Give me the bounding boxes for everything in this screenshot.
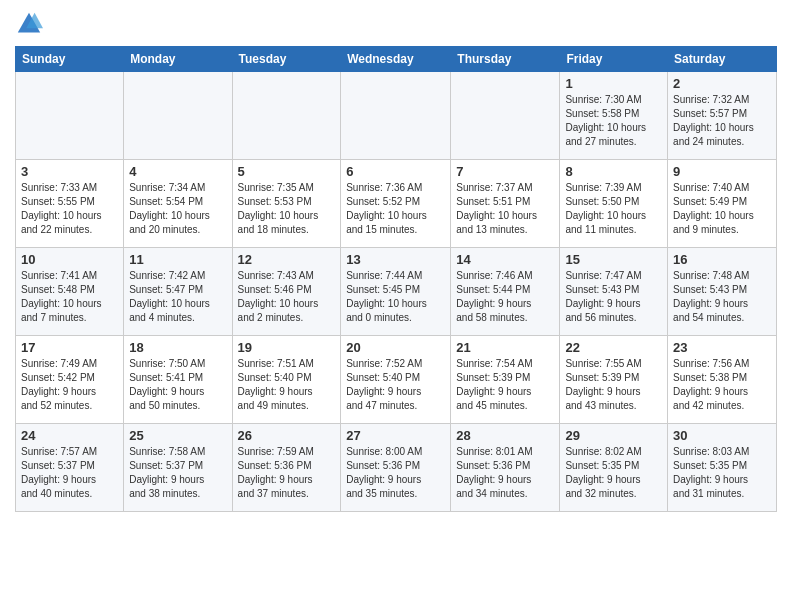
- day-number: 4: [129, 164, 226, 179]
- day-number: 22: [565, 340, 662, 355]
- calendar-cell: 16Sunrise: 7:48 AM Sunset: 5:43 PM Dayli…: [668, 248, 777, 336]
- day-info: Sunrise: 7:34 AM Sunset: 5:54 PM Dayligh…: [129, 181, 226, 237]
- weekday-header-friday: Friday: [560, 47, 668, 72]
- calendar-cell: 24Sunrise: 7:57 AM Sunset: 5:37 PM Dayli…: [16, 424, 124, 512]
- logo-icon: [15, 10, 43, 38]
- day-info: Sunrise: 7:30 AM Sunset: 5:58 PM Dayligh…: [565, 93, 662, 149]
- day-number: 17: [21, 340, 118, 355]
- day-info: Sunrise: 7:59 AM Sunset: 5:36 PM Dayligh…: [238, 445, 336, 501]
- logo: [15, 10, 47, 38]
- weekday-header-wednesday: Wednesday: [341, 47, 451, 72]
- day-number: 15: [565, 252, 662, 267]
- day-info: Sunrise: 7:48 AM Sunset: 5:43 PM Dayligh…: [673, 269, 771, 325]
- calendar-cell: 27Sunrise: 8:00 AM Sunset: 5:36 PM Dayli…: [341, 424, 451, 512]
- day-info: Sunrise: 7:55 AM Sunset: 5:39 PM Dayligh…: [565, 357, 662, 413]
- day-number: 24: [21, 428, 118, 443]
- calendar-cell: 11Sunrise: 7:42 AM Sunset: 5:47 PM Dayli…: [124, 248, 232, 336]
- calendar-cell: [451, 72, 560, 160]
- day-number: 21: [456, 340, 554, 355]
- day-number: 30: [673, 428, 771, 443]
- page: SundayMondayTuesdayWednesdayThursdayFrid…: [0, 0, 792, 527]
- calendar-cell: 6Sunrise: 7:36 AM Sunset: 5:52 PM Daylig…: [341, 160, 451, 248]
- calendar-cell: 5Sunrise: 7:35 AM Sunset: 5:53 PM Daylig…: [232, 160, 341, 248]
- day-number: 13: [346, 252, 445, 267]
- day-info: Sunrise: 7:39 AM Sunset: 5:50 PM Dayligh…: [565, 181, 662, 237]
- day-info: Sunrise: 8:03 AM Sunset: 5:35 PM Dayligh…: [673, 445, 771, 501]
- day-info: Sunrise: 7:41 AM Sunset: 5:48 PM Dayligh…: [21, 269, 118, 325]
- calendar-cell: 4Sunrise: 7:34 AM Sunset: 5:54 PM Daylig…: [124, 160, 232, 248]
- calendar-cell: 15Sunrise: 7:47 AM Sunset: 5:43 PM Dayli…: [560, 248, 668, 336]
- calendar-cell: 7Sunrise: 7:37 AM Sunset: 5:51 PM Daylig…: [451, 160, 560, 248]
- calendar-cell: [341, 72, 451, 160]
- calendar-cell: 10Sunrise: 7:41 AM Sunset: 5:48 PM Dayli…: [16, 248, 124, 336]
- day-number: 23: [673, 340, 771, 355]
- calendar-table: SundayMondayTuesdayWednesdayThursdayFrid…: [15, 46, 777, 512]
- day-number: 8: [565, 164, 662, 179]
- calendar-cell: [16, 72, 124, 160]
- day-number: 9: [673, 164, 771, 179]
- calendar-cell: 21Sunrise: 7:54 AM Sunset: 5:39 PM Dayli…: [451, 336, 560, 424]
- week-row-2: 3Sunrise: 7:33 AM Sunset: 5:55 PM Daylig…: [16, 160, 777, 248]
- weekday-header-thursday: Thursday: [451, 47, 560, 72]
- day-number: 10: [21, 252, 118, 267]
- day-number: 7: [456, 164, 554, 179]
- calendar-cell: 2Sunrise: 7:32 AM Sunset: 5:57 PM Daylig…: [668, 72, 777, 160]
- calendar-cell: 20Sunrise: 7:52 AM Sunset: 5:40 PM Dayli…: [341, 336, 451, 424]
- day-number: 6: [346, 164, 445, 179]
- day-number: 1: [565, 76, 662, 91]
- weekday-header-row: SundayMondayTuesdayWednesdayThursdayFrid…: [16, 47, 777, 72]
- day-number: 5: [238, 164, 336, 179]
- calendar-cell: 25Sunrise: 7:58 AM Sunset: 5:37 PM Dayli…: [124, 424, 232, 512]
- calendar-cell: 3Sunrise: 7:33 AM Sunset: 5:55 PM Daylig…: [16, 160, 124, 248]
- calendar-cell: 17Sunrise: 7:49 AM Sunset: 5:42 PM Dayli…: [16, 336, 124, 424]
- day-info: Sunrise: 8:01 AM Sunset: 5:36 PM Dayligh…: [456, 445, 554, 501]
- day-info: Sunrise: 7:54 AM Sunset: 5:39 PM Dayligh…: [456, 357, 554, 413]
- day-number: 28: [456, 428, 554, 443]
- week-row-4: 17Sunrise: 7:49 AM Sunset: 5:42 PM Dayli…: [16, 336, 777, 424]
- day-number: 14: [456, 252, 554, 267]
- day-info: Sunrise: 7:56 AM Sunset: 5:38 PM Dayligh…: [673, 357, 771, 413]
- weekday-header-tuesday: Tuesday: [232, 47, 341, 72]
- day-info: Sunrise: 7:40 AM Sunset: 5:49 PM Dayligh…: [673, 181, 771, 237]
- day-info: Sunrise: 8:02 AM Sunset: 5:35 PM Dayligh…: [565, 445, 662, 501]
- calendar-cell: 23Sunrise: 7:56 AM Sunset: 5:38 PM Dayli…: [668, 336, 777, 424]
- day-number: 18: [129, 340, 226, 355]
- day-info: Sunrise: 8:00 AM Sunset: 5:36 PM Dayligh…: [346, 445, 445, 501]
- day-info: Sunrise: 7:52 AM Sunset: 5:40 PM Dayligh…: [346, 357, 445, 413]
- day-info: Sunrise: 7:57 AM Sunset: 5:37 PM Dayligh…: [21, 445, 118, 501]
- day-info: Sunrise: 7:49 AM Sunset: 5:42 PM Dayligh…: [21, 357, 118, 413]
- day-info: Sunrise: 7:58 AM Sunset: 5:37 PM Dayligh…: [129, 445, 226, 501]
- day-info: Sunrise: 7:46 AM Sunset: 5:44 PM Dayligh…: [456, 269, 554, 325]
- calendar-cell: 9Sunrise: 7:40 AM Sunset: 5:49 PM Daylig…: [668, 160, 777, 248]
- calendar-cell: 29Sunrise: 8:02 AM Sunset: 5:35 PM Dayli…: [560, 424, 668, 512]
- calendar-cell: [232, 72, 341, 160]
- header: [15, 10, 777, 38]
- calendar-cell: 26Sunrise: 7:59 AM Sunset: 5:36 PM Dayli…: [232, 424, 341, 512]
- day-number: 11: [129, 252, 226, 267]
- calendar-cell: 14Sunrise: 7:46 AM Sunset: 5:44 PM Dayli…: [451, 248, 560, 336]
- week-row-3: 10Sunrise: 7:41 AM Sunset: 5:48 PM Dayli…: [16, 248, 777, 336]
- day-number: 20: [346, 340, 445, 355]
- day-number: 3: [21, 164, 118, 179]
- day-info: Sunrise: 7:32 AM Sunset: 5:57 PM Dayligh…: [673, 93, 771, 149]
- calendar-cell: 8Sunrise: 7:39 AM Sunset: 5:50 PM Daylig…: [560, 160, 668, 248]
- calendar-cell: 1Sunrise: 7:30 AM Sunset: 5:58 PM Daylig…: [560, 72, 668, 160]
- day-info: Sunrise: 7:35 AM Sunset: 5:53 PM Dayligh…: [238, 181, 336, 237]
- day-info: Sunrise: 7:36 AM Sunset: 5:52 PM Dayligh…: [346, 181, 445, 237]
- weekday-header-monday: Monday: [124, 47, 232, 72]
- day-number: 25: [129, 428, 226, 443]
- calendar-cell: 18Sunrise: 7:50 AM Sunset: 5:41 PM Dayli…: [124, 336, 232, 424]
- weekday-header-saturday: Saturday: [668, 47, 777, 72]
- day-number: 29: [565, 428, 662, 443]
- week-row-1: 1Sunrise: 7:30 AM Sunset: 5:58 PM Daylig…: [16, 72, 777, 160]
- day-number: 12: [238, 252, 336, 267]
- calendar-cell: 19Sunrise: 7:51 AM Sunset: 5:40 PM Dayli…: [232, 336, 341, 424]
- day-info: Sunrise: 7:47 AM Sunset: 5:43 PM Dayligh…: [565, 269, 662, 325]
- day-info: Sunrise: 7:33 AM Sunset: 5:55 PM Dayligh…: [21, 181, 118, 237]
- day-info: Sunrise: 7:50 AM Sunset: 5:41 PM Dayligh…: [129, 357, 226, 413]
- day-info: Sunrise: 7:37 AM Sunset: 5:51 PM Dayligh…: [456, 181, 554, 237]
- day-number: 27: [346, 428, 445, 443]
- weekday-header-sunday: Sunday: [16, 47, 124, 72]
- week-row-5: 24Sunrise: 7:57 AM Sunset: 5:37 PM Dayli…: [16, 424, 777, 512]
- day-number: 2: [673, 76, 771, 91]
